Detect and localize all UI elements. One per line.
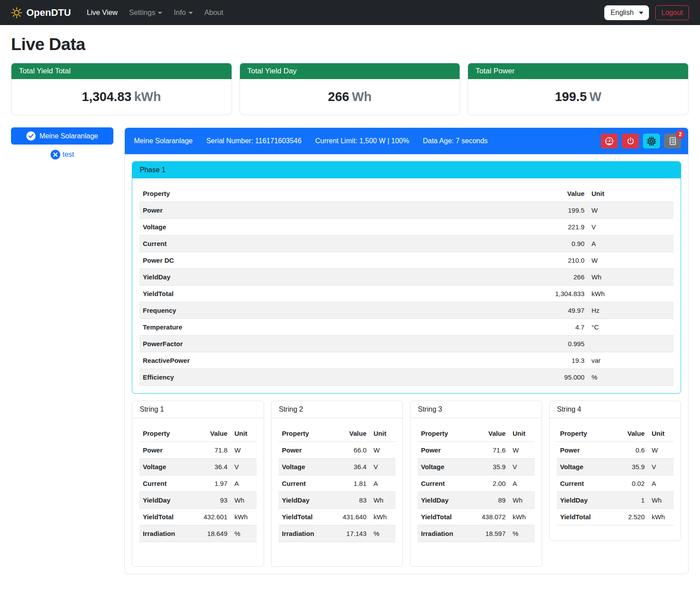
col-value: Value: [465, 425, 509, 442]
property-cell: Voltage: [557, 459, 605, 475]
table-row: Power199.5W: [139, 202, 674, 219]
unit-cell: W: [370, 442, 395, 459]
value-cell: 438.072: [465, 509, 509, 525]
total-yield-total-unit: kWh: [134, 90, 161, 104]
nav-links: Live View Settings Info About: [82, 5, 604, 20]
property-cell: Current: [139, 475, 187, 492]
power-icon: [626, 137, 635, 145]
check-circle-icon: [26, 131, 36, 141]
logout-button[interactable]: Logout: [655, 5, 689, 20]
unit-cell: [588, 336, 674, 352]
value-cell: 2.00: [465, 475, 509, 492]
property-cell: YieldTotal: [417, 509, 465, 525]
unit-cell: kWh: [588, 286, 674, 302]
inverter-select-button[interactable]: Meine Solaranlage: [11, 127, 113, 145]
property-cell: YieldDay: [557, 492, 605, 509]
property-cell: ReactivePower: [139, 352, 529, 369]
unit-cell: Wh: [370, 492, 395, 509]
inverter-sidebar: Meine Solaranlage test: [11, 127, 113, 159]
property-cell: Irradiation: [417, 525, 465, 542]
table-row: Current2.00A: [417, 475, 535, 492]
property-cell: Current: [139, 235, 529, 252]
strings-row: String 1 Property Value Unit Power71.8WV…: [132, 401, 681, 567]
property-cell: YieldDay: [139, 492, 187, 509]
phase-1-table: Property Value Unit Power199.5WVoltage22…: [139, 185, 674, 386]
event-log-button[interactable]: 2: [664, 134, 681, 148]
property-cell: Power: [139, 202, 529, 219]
col-value: Value: [604, 425, 648, 442]
total-power-card: Total Power 199.5W: [468, 63, 689, 115]
table-row: Current0.90A: [139, 235, 674, 252]
table-row: Voltage35.9V: [557, 459, 674, 475]
property-cell: Frequency: [139, 302, 529, 319]
inverter-select-label: Meine Solaranlage: [40, 132, 98, 140]
language-select[interactable]: English: [604, 5, 649, 20]
table-row: Irradiation17.143%: [279, 525, 396, 542]
value-cell: 1.97: [187, 475, 231, 492]
inverter-data-age: Data Age: 7 seconds: [423, 137, 488, 145]
col-property: Property: [139, 185, 529, 202]
col-unit: Unit: [370, 425, 395, 442]
value-cell: 19.3: [529, 352, 588, 369]
value-cell: 18.597: [465, 525, 509, 542]
table-row: Voltage35.9V: [417, 459, 535, 475]
total-yield-total-value: 1,304.83: [82, 90, 131, 104]
inverter-limit: Current Limit: 1,500 W | 100%: [315, 137, 409, 145]
property-cell: Current: [417, 475, 465, 492]
value-cell: 71.8: [187, 442, 231, 459]
brand[interactable]: OpenDTU: [11, 7, 71, 18]
value-cell: 71.6: [465, 442, 509, 459]
table-row: Power71.8W: [139, 442, 257, 459]
col-unit: Unit: [509, 425, 535, 442]
table-row: Power71.6W: [417, 442, 535, 459]
col-unit: Unit: [588, 185, 674, 202]
unit-cell: Wh: [648, 492, 674, 509]
unit-cell: V: [370, 459, 395, 475]
inverter-item-test[interactable]: test: [11, 150, 113, 159]
property-cell: YieldTotal: [139, 509, 187, 525]
table-row: ReactivePower19.3var: [139, 352, 674, 369]
nav-item-settings[interactable]: Settings: [125, 5, 167, 20]
unit-cell: W: [588, 202, 674, 219]
inverter-card: Meine Solaranlage Serial Number: 1161716…: [124, 127, 689, 574]
nav-item-about[interactable]: About: [200, 5, 228, 20]
property-cell: Irradiation: [279, 525, 326, 542]
table-row: PowerFactor0.995: [139, 336, 674, 352]
value-cell: 431.640: [326, 509, 370, 525]
property-cell: YieldTotal: [279, 509, 326, 525]
sun-icon: [11, 7, 22, 18]
property-cell: Power: [557, 442, 605, 459]
table-row: YieldTotal431.640kWh: [279, 509, 396, 525]
limit-settings-button[interactable]: [601, 134, 618, 148]
string-4-table: Property Value Unit Power0.6WVoltage35.9…: [557, 425, 674, 525]
string-4-title: String 4: [550, 401, 681, 418]
table-row: Power DC210.0W: [139, 252, 674, 269]
journal-icon: [668, 137, 677, 145]
navbar-right: English Logout: [604, 5, 689, 20]
unit-cell: Wh: [231, 492, 257, 509]
chevron-down-icon: [639, 11, 643, 14]
value-cell: 0.90: [529, 235, 588, 252]
device-info-button[interactable]: [643, 134, 660, 148]
string-2-table: Property Value Unit Power66.0WVoltage36.…: [279, 425, 396, 542]
total-yield-total-card: Total Yield Total 1,304.83kWh: [11, 63, 232, 115]
nav-item-info[interactable]: Info: [169, 5, 197, 20]
value-cell: 4.7: [529, 319, 588, 336]
unit-cell: Wh: [509, 492, 535, 509]
unit-cell: °C: [588, 319, 674, 336]
nav-item-live-view[interactable]: Live View: [82, 5, 122, 20]
table-row: Temperature4.7°C: [139, 319, 674, 336]
language-value: English: [611, 9, 634, 16]
summary-cards-row: Total Yield Total 1,304.83kWh Total Yiel…: [11, 63, 689, 115]
property-cell: YieldTotal: [557, 509, 605, 525]
table-row: YieldTotal432.601kWh: [139, 509, 257, 525]
value-cell: 49.97: [529, 302, 588, 319]
unit-cell: %: [509, 525, 535, 542]
unit-cell: W: [588, 252, 674, 269]
value-cell: 266: [529, 269, 588, 286]
unit-cell: var: [588, 352, 674, 369]
property-cell: Voltage: [139, 459, 187, 475]
power-button[interactable]: [622, 134, 639, 148]
total-yield-day-unit: Wh: [352, 90, 372, 104]
table-row: YieldDay93Wh: [139, 492, 257, 509]
